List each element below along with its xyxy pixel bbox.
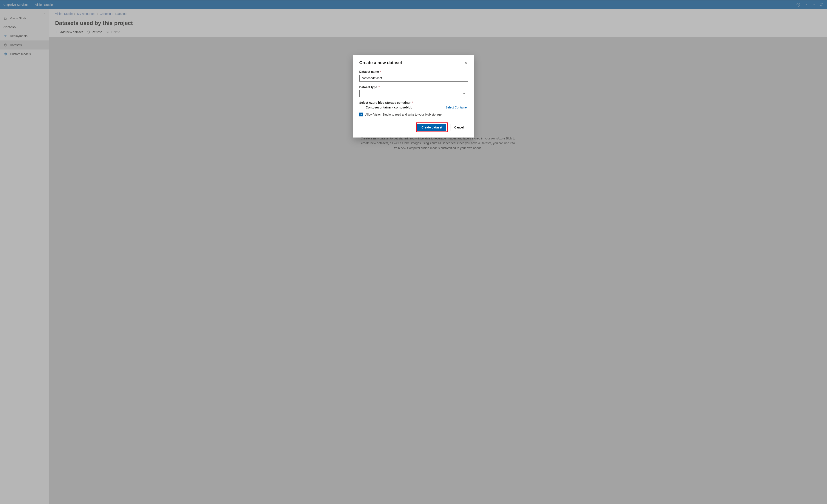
label-text: Dataset type — [359, 86, 377, 89]
label-text: Dataset name — [359, 70, 379, 73]
dataset-name-label: Dataset name * — [359, 70, 468, 73]
modal-actions: Create dataset Cancel — [359, 122, 468, 132]
required-marker: * — [379, 86, 380, 89]
chevron-down-icon — [463, 92, 466, 95]
required-marker: * — [412, 101, 413, 104]
create-dataset-button[interactable]: Create dataset — [417, 124, 446, 131]
dataset-name-field: Dataset name * — [359, 70, 468, 82]
modal-header: Create a new dataset — [359, 60, 468, 65]
select-container-link[interactable]: Select Container — [445, 106, 468, 109]
label-text: Select Azure blob storage container — [359, 101, 410, 104]
allow-rw-label: Allow Vision Studio to read and write to… — [366, 113, 442, 116]
allow-rw-row: Allow Vision Studio to read and write to… — [359, 112, 468, 116]
highlight-ring: Create dataset — [416, 122, 448, 132]
modal-title: Create a new dataset — [359, 60, 402, 65]
blob-container-field: Select Azure blob storage container * Co… — [359, 101, 468, 109]
dataset-name-input[interactable] — [359, 75, 468, 82]
cancel-button[interactable]: Cancel — [450, 124, 468, 131]
allow-rw-checkbox[interactable] — [359, 112, 363, 116]
required-marker: * — [380, 70, 381, 73]
dataset-type-label: Dataset type * — [359, 86, 468, 89]
blob-container-label: Select Azure blob storage container * — [359, 101, 468, 104]
create-dataset-modal: Create a new dataset Dataset name * Data… — [353, 55, 474, 138]
blob-container-value: Contosocontainer - contosoblob — [366, 106, 412, 109]
dataset-type-field: Dataset type * — [359, 86, 468, 97]
dataset-type-select[interactable] — [359, 90, 468, 97]
close-icon[interactable] — [464, 61, 468, 65]
blob-container-row: Contosocontainer - contosoblob Select Co… — [359, 106, 468, 109]
modal-overlay: Create a new dataset Dataset name * Data… — [0, 0, 827, 504]
